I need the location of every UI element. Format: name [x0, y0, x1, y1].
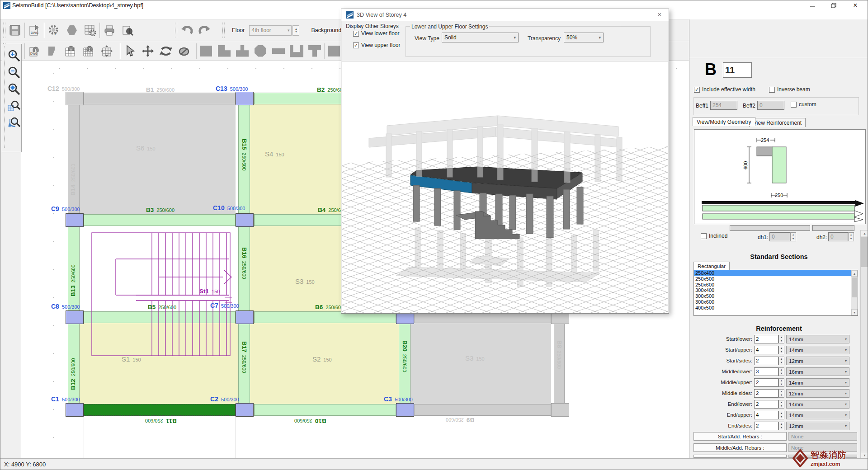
rebar-spinner[interactable]: ▲▼: [778, 422, 784, 430]
export-dwg-button[interactable]: DWG: [26, 22, 43, 39]
include-effective-width-checkbox[interactable]: ✓Include effective width: [694, 86, 755, 93]
inclined-checkbox[interactable]: Inclined: [701, 233, 727, 239]
delete-tool-button[interactable]: [175, 42, 193, 60]
rebar-dia-select[interactable]: 16mm▾: [786, 367, 849, 376]
column-row4-colD-ghost[interactable]: [551, 403, 569, 417]
scroll-up-icon[interactable]: ▲: [861, 230, 868, 236]
beam-b14[interactable]: [68, 104, 80, 214]
inverse-beam-checkbox[interactable]: Inverse beam: [769, 86, 810, 93]
rebar-spinner[interactable]: ▲▼: [778, 378, 784, 387]
grid-settings-button[interactable]: [81, 22, 99, 39]
section-U-button[interactable]: [288, 42, 305, 60]
column-c13[interactable]: [236, 92, 254, 105]
rebar-dia-select[interactable]: 12mm▾: [786, 389, 849, 398]
transparency-select[interactable]: 50%▾: [564, 33, 604, 42]
beff2-field[interactable]: 0: [757, 101, 784, 110]
zoom-in-button[interactable]: [6, 48, 22, 63]
column-c12-ghost[interactable]: [66, 92, 84, 105]
zoom-window-button[interactable]: [6, 98, 22, 113]
dynamic-zoom-button[interactable]: [6, 115, 22, 130]
scroll-down-icon[interactable]: ▼: [861, 452, 868, 458]
undo-button[interactable]: [178, 22, 195, 39]
beam-b3[interactable]: [84, 214, 236, 226]
beam-b11-selected[interactable]: [84, 404, 236, 416]
rebar-dia-select[interactable]: 14mm▾: [786, 335, 849, 343]
close-button[interactable]: ×: [848, 0, 863, 10]
toolbar-grip[interactable]: [222, 23, 225, 38]
rebar-count-field[interactable]: 2: [754, 389, 778, 398]
rebar-count-field[interactable]: 2: [754, 400, 778, 409]
save-button[interactable]: [6, 22, 24, 39]
start-add-rebars-button[interactable]: Start/Add. Rebars :: [693, 432, 787, 441]
print-preview-button[interactable]: [119, 22, 136, 39]
custom-checkbox[interactable]: custom: [791, 101, 816, 108]
rotate-tool-button[interactable]: [157, 42, 175, 60]
beam-b9[interactable]: [414, 404, 551, 416]
section-L-button[interactable]: [216, 42, 233, 60]
rebar-spinner[interactable]: ▲▼: [778, 357, 784, 365]
slab-s2[interactable]: [250, 323, 399, 404]
dh1-spinner[interactable]: ▲▼: [790, 232, 796, 241]
dense-grid-snap-button[interactable]: [80, 42, 97, 60]
column-c3[interactable]: [396, 403, 414, 417]
dh1-field[interactable]: 0: [769, 232, 790, 241]
settings-button[interactable]: ✓: [45, 22, 62, 39]
sections-scrollbar[interactable]: ▲ ▼: [851, 270, 858, 315]
zoom-extents-button[interactable]: [6, 81, 22, 97]
scroll-up-icon[interactable]: ▲: [851, 270, 858, 277]
rebar-count-field[interactable]: 2: [754, 378, 778, 387]
storey-3d-dialog[interactable]: 3D View of Storey 4 × Display Other Stor…: [341, 9, 669, 314]
section-item[interactable]: 250x500: [694, 276, 858, 282]
rebar-dia-select[interactable]: 12mm▾: [786, 357, 849, 365]
toolbar-grip[interactable]: [3, 23, 5, 38]
view-lower-floor-checkbox[interactable]: ✓View lower floor: [353, 30, 399, 37]
scroll-down-icon[interactable]: ▼: [851, 309, 858, 315]
column-c2[interactable]: [236, 403, 254, 417]
middle-add-rebars-button[interactable]: Middle/Add. Rebars :: [693, 443, 787, 452]
column-c1[interactable]: [66, 403, 84, 417]
section-item[interactable]: 250x400: [694, 270, 858, 276]
rebar-dia-select[interactable]: 14mm▾: [786, 411, 849, 419]
section-item[interactable]: 250x600: [694, 282, 858, 288]
clipped-field[interactable]: [812, 225, 854, 231]
dwg-snap-button[interactable]: DWG: [26, 42, 43, 60]
scroll-thumb[interactable]: [861, 237, 868, 267]
rebar-count-field[interactable]: 3: [754, 367, 778, 376]
sections-list[interactable]: 250x400 250x500 250x600 300x400 300x500 …: [693, 270, 858, 316]
restore-button[interactable]: [826, 0, 841, 10]
rebar-dia-select[interactable]: 12mm▾: [786, 422, 849, 430]
rebar-spinner[interactable]: ▲▼: [778, 335, 784, 343]
zoom-out-button[interactable]: [6, 65, 22, 80]
slab-tool-button[interactable]: [44, 42, 61, 60]
storey-3d-viewport[interactable]: [342, 61, 668, 313]
rebar-spinner[interactable]: ▲▼: [778, 389, 784, 398]
scroll-thumb[interactable]: [852, 277, 857, 297]
rebar-count-field[interactable]: 2: [754, 357, 778, 365]
dialog-close-button[interactable]: ×: [655, 10, 664, 19]
section-square-button[interactable]: [198, 42, 215, 60]
view-upper-floor-checkbox[interactable]: ✓View upper floor: [353, 42, 401, 48]
grid-move-button[interactable]: [98, 42, 115, 60]
redo-button[interactable]: [196, 22, 213, 39]
dh2-spinner[interactable]: ▲▼: [848, 232, 854, 241]
beam-number-field[interactable]: 11: [723, 62, 752, 78]
rebar-spinner[interactable]: ▲▼: [778, 346, 784, 354]
beam-b10[interactable]: [254, 404, 396, 416]
dialog-title-bar[interactable]: 3D View of Storey 4 ×: [341, 9, 669, 21]
section-hexagon-button[interactable]: [63, 22, 80, 39]
dh2-field[interactable]: 0: [828, 232, 848, 241]
view-type-select[interactable]: Solid▾: [442, 33, 519, 42]
slab-s3-right-ghost[interactable]: [410, 323, 551, 404]
rebar-count-field[interactable]: 4: [754, 411, 778, 419]
toolbar-grip[interactable]: [175, 23, 177, 38]
floor-select[interactable]: 4th floor▾: [249, 25, 292, 36]
panel-scrollbar[interactable]: ▲ ▼: [860, 230, 868, 458]
beff1-field[interactable]: 254: [710, 101, 737, 110]
rebar-spinner[interactable]: ▲▼: [778, 367, 784, 376]
grid-snap-button[interactable]: [62, 42, 79, 60]
sections-tab-rectangular[interactable]: Rectangular: [693, 262, 730, 270]
rebar-count-field[interactable]: 2: [754, 335, 778, 343]
clipped-field[interactable]: [730, 225, 810, 231]
section-T-button[interactable]: [306, 42, 323, 60]
section-item[interactable]: 400x500: [694, 305, 858, 311]
